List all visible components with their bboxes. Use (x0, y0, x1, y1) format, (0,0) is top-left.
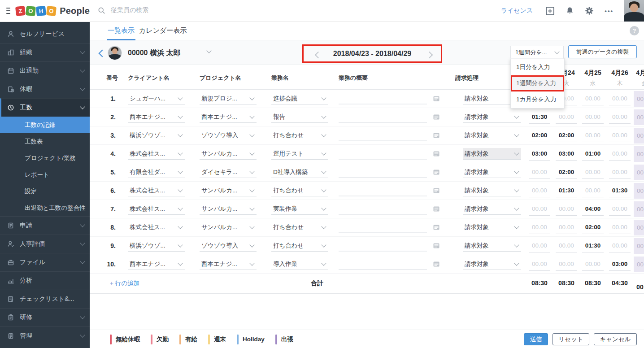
back-chevron-icon[interactable] (99, 50, 106, 57)
time-input[interactable]: 00.00 (634, 238, 644, 254)
description-input[interactable] (339, 148, 427, 160)
client-select[interactable]: 株式会社ス... (128, 148, 185, 160)
sidebar-item-checklist[interactable]: チェックリスト&... (0, 290, 90, 308)
license-link[interactable]: ライセンス (501, 7, 533, 15)
task-select[interactable]: 打ち合わせ (271, 185, 328, 196)
client-select[interactable]: 西本エナジ... (128, 258, 185, 270)
client-select[interactable]: 西本エナジ... (128, 111, 185, 123)
sidebar-item-organization[interactable]: 組織 (0, 43, 90, 61)
cancel-button[interactable]: キャンセル (594, 333, 637, 345)
date-range-picker[interactable]: 2018/04/23 - 2018/04/29 (303, 45, 441, 62)
gear-icon[interactable] (585, 6, 594, 15)
time-input[interactable]: 00.00 (634, 201, 644, 217)
task-select[interactable]: 打ち合わせ (271, 222, 328, 233)
task-select[interactable]: 運用テスト (271, 148, 328, 160)
client-select[interactable]: 有限会社ダ... (128, 166, 185, 178)
menu-item-week-entry[interactable]: 1週間分を入力 (511, 75, 564, 91)
time-input[interactable]: 00.00 (529, 239, 550, 252)
add-icon[interactable] (545, 6, 555, 16)
employee-chevron-down-icon[interactable] (206, 48, 211, 53)
task-select[interactable]: 打ち合わせ (271, 130, 328, 141)
sidebar-subitem-attendance-integrity[interactable]: 出退勤と工数の整合性 (0, 200, 90, 216)
task-select[interactable]: 導入作業 (271, 258, 328, 270)
description-input[interactable] (339, 204, 427, 215)
billable-select[interactable]: 請求対象 (463, 185, 521, 196)
time-input[interactable]: 02:00 (529, 129, 550, 142)
time-input[interactable]: 01:30 (556, 184, 577, 197)
billable-select[interactable]: 請求対象 (463, 203, 521, 215)
add-row-button[interactable]: + 行の追加 (110, 279, 139, 287)
project-select[interactable]: ゾウゾウ導入 (200, 240, 257, 252)
sidebar-subitem-projects-jobs[interactable]: プロジェクト/業務 (0, 150, 90, 166)
notes-icon[interactable] (433, 187, 440, 194)
sidebar-item-admin[interactable]: 管理 (0, 326, 90, 345)
sidebar-item-timesheet[interactable]: 工数 (0, 98, 90, 117)
sidebar-item-attendance[interactable]: 出退勤 (0, 61, 90, 80)
sidebar-item-analytics[interactable]: 分析 (0, 271, 90, 290)
notes-icon[interactable] (433, 206, 440, 213)
notes-icon[interactable] (433, 224, 440, 231)
time-input[interactable]: 00.00 (582, 184, 604, 197)
time-input[interactable]: 01:00 (582, 147, 604, 161)
time-input[interactable]: 02:00 (582, 221, 604, 234)
description-input[interactable] (339, 93, 427, 104)
time-input[interactable]: 00.00 (582, 92, 604, 105)
time-input[interactable]: 00.00 (634, 220, 644, 235)
notifications-bell-icon[interactable] (566, 6, 574, 15)
time-input[interactable]: 00.00 (556, 239, 577, 252)
time-input[interactable]: 00.00 (529, 257, 550, 271)
notes-icon[interactable] (433, 114, 440, 121)
time-input[interactable]: 00.00 (529, 184, 550, 197)
time-input[interactable]: 01:30 (529, 110, 550, 124)
time-input[interactable]: 00.00 (634, 257, 644, 272)
client-select[interactable]: シュガーハ... (128, 93, 185, 104)
notes-icon[interactable] (433, 132, 440, 139)
employee-search-input[interactable]: 従業員の検索 (98, 6, 148, 14)
submit-button[interactable]: 送信 (524, 333, 548, 345)
task-select[interactable]: D社導入構築 (271, 166, 328, 178)
project-select[interactable]: サンバルカ... (200, 222, 257, 233)
sidebar-item-requests[interactable]: 申請 (0, 216, 90, 235)
project-select[interactable]: サンバルカ... (200, 148, 257, 160)
description-input[interactable] (339, 240, 427, 252)
user-avatar[interactable] (624, 0, 644, 22)
time-input[interactable]: 00.00 (634, 128, 644, 144)
sidebar-item-leave[interactable]: 休暇 (0, 80, 90, 98)
client-select[interactable]: 株式会社ス... (128, 203, 185, 215)
task-select[interactable]: 報告 (271, 111, 328, 123)
time-input[interactable]: 00.00 (634, 165, 644, 180)
time-input[interactable]: 00.00 (556, 221, 577, 234)
project-select[interactable]: ダイセキラ... (200, 166, 257, 178)
time-input[interactable]: 00.00 (634, 109, 644, 125)
project-select[interactable]: サンバルカ... (200, 203, 257, 215)
billable-select[interactable]: 請求対象 (463, 258, 521, 270)
description-input[interactable] (339, 130, 427, 141)
task-select[interactable]: 実装作業 (271, 203, 328, 215)
time-input[interactable]: 00.00 (556, 202, 577, 216)
time-input[interactable]: 00.00 (609, 221, 631, 234)
project-select[interactable]: 西本エナジ... (200, 258, 257, 270)
time-input[interactable]: 01:30 (582, 239, 604, 252)
tab-calendar-view[interactable]: カレンダー表示 (139, 22, 187, 40)
time-input[interactable]: 00.00 (609, 110, 631, 124)
project-select[interactable]: サンバルカ... (200, 185, 257, 196)
help-icon[interactable]: ? (630, 26, 639, 35)
menu-item-day-entry[interactable]: 1日分を入力 (511, 59, 564, 75)
billable-select[interactable]: 請求対象 (463, 240, 521, 252)
description-input[interactable] (339, 167, 427, 178)
sidebar-subitem-time-log[interactable]: 工数の記録 (0, 117, 90, 133)
time-input[interactable]: 00.00 (609, 165, 631, 179)
description-input[interactable] (339, 259, 427, 270)
sidebar-subitem-settings[interactable]: 設定 (0, 183, 90, 200)
project-select[interactable]: 新規プロジ... (200, 93, 257, 104)
client-select[interactable]: 株式会社ス... (128, 222, 185, 233)
billable-select[interactable]: 請求対象 (463, 222, 521, 233)
time-input[interactable]: 00.00 (609, 129, 631, 142)
time-input[interactable]: 00.00 (634, 91, 644, 107)
time-input[interactable]: 00.00 (529, 221, 550, 234)
notes-icon[interactable] (433, 243, 440, 249)
sidebar-item-performance[interactable]: 人事評価 (0, 235, 90, 253)
project-select[interactable]: ゾウゾウ導入 (200, 130, 257, 141)
description-input[interactable] (339, 185, 427, 196)
time-input[interactable]: 00.00 (609, 239, 631, 252)
